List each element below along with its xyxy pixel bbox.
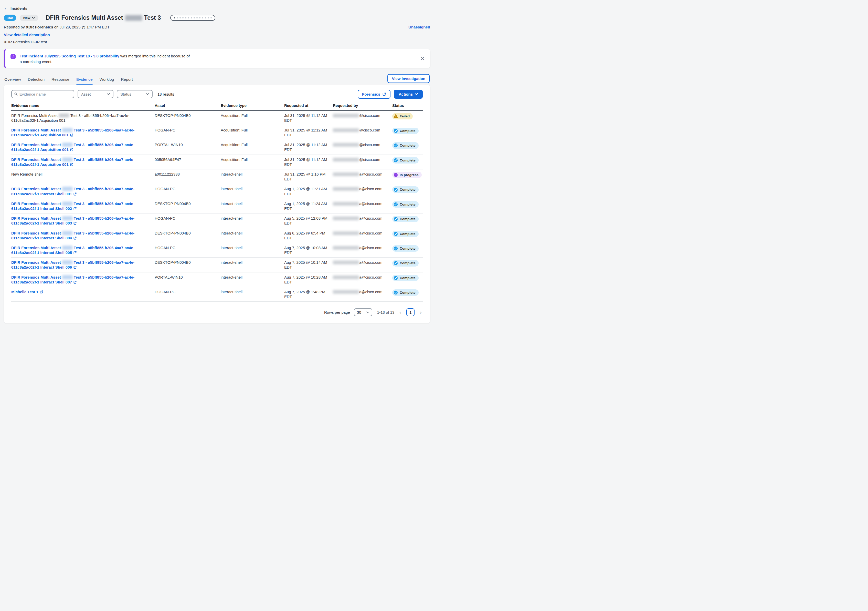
requested-at-cell: Aug 5, 2025 @ 12:08 PM EDT	[284, 213, 333, 228]
requested-at-cell: Jul 31, 2025 @ 11:12 AM EDT	[284, 155, 333, 169]
next-page-button[interactable]: ›	[418, 309, 423, 315]
requested-at-cell: Jul 31, 2025 @ 1:16 PM EDT	[284, 169, 333, 184]
evidence-type-cell: Acquisition: Full	[221, 125, 284, 137]
status-filter-select[interactable]: Status	[117, 90, 153, 98]
column-header: Evidence name	[11, 103, 155, 108]
evidence-link[interactable]: DFIR Forensics Multi AssetTest 3 - a5bff…	[11, 187, 135, 196]
requested-at-cell: Jul 31, 2025 @ 11:12 AM EDT	[284, 140, 333, 154]
close-icon[interactable]: ✕	[420, 56, 425, 61]
view-investigation-button[interactable]: View Investigation	[388, 74, 429, 83]
requested-by-cell: @cisco.com	[333, 155, 392, 166]
evidence-link[interactable]: DFIR Forensics Multi AssetTest 3 - a5bff…	[11, 275, 135, 284]
status-badge: Complete	[392, 127, 418, 134]
pagination: Rows per page 30 1-13 of 13 ‹ 1 ›	[11, 308, 423, 319]
table-row: DFIR Forensics Multi AssetTest 3 - a5bff…	[11, 272, 423, 287]
breadcrumb[interactable]: ← Incidents	[4, 6, 430, 11]
merged-incident-link[interactable]: Test Incident July2025 Scoring Test 10 -…	[20, 54, 119, 58]
rows-per-page-label: Rows per page	[324, 310, 350, 314]
requested-at-cell: Aug 7, 2025 @ 10:08 AM EDT	[284, 243, 333, 257]
asset-cell: 005056A94E47	[155, 155, 221, 166]
evidence-type-cell: interact-shell	[221, 169, 284, 181]
evidence-search-field[interactable]	[11, 90, 74, 98]
evidence-type-cell: Acquisition: Full	[221, 140, 284, 152]
redacted-text	[62, 202, 73, 205]
incident-status-dropdown[interactable]: New	[20, 15, 39, 21]
asset-cell: DESKTOP-PN004B0	[155, 111, 221, 123]
forensics-button[interactable]: Forensics	[358, 90, 391, 99]
chevron-down-icon	[107, 93, 110, 95]
external-link-icon	[70, 133, 73, 137]
evidence-search-input[interactable]	[19, 92, 71, 96]
evidence-link[interactable]: Michelle Test 1	[11, 289, 43, 294]
redacted-text	[333, 202, 359, 205]
status-badge: Complete	[392, 157, 418, 163]
breadcrumb-label[interactable]: Incidents	[11, 6, 27, 11]
evidence-name: DFIR Forensics Multi AssetTest 3 - a5bff…	[11, 113, 130, 123]
column-header: Requested at	[284, 103, 333, 108]
check-circle-icon	[394, 143, 398, 148]
requested-by-cell: a@cisco.com	[333, 258, 392, 269]
requested-by-cell: a@cisco.com	[333, 199, 392, 211]
evidence-table: Evidence nameAssetEvidence typeRequested…	[11, 103, 423, 302]
evidence-type-cell: Acquisition: Full	[221, 155, 284, 166]
external-link-icon	[73, 221, 77, 225]
view-detailed-description-link[interactable]: View detailed description	[4, 33, 50, 37]
external-link-icon	[70, 163, 73, 166]
asset-cell: HOGAN-PC	[155, 184, 221, 196]
external-link-icon	[73, 280, 77, 284]
current-page-button[interactable]: 1	[406, 308, 415, 316]
tab-worklog[interactable]: Worklog	[99, 77, 114, 85]
previous-page-button[interactable]: ‹	[398, 309, 403, 315]
evidence-link[interactable]: DFIR Forensics Multi AssetTest 3 - a5bff…	[11, 128, 135, 137]
redacted-text	[62, 128, 73, 132]
column-header: Asset	[155, 103, 221, 108]
status-badge: Complete	[392, 275, 418, 281]
tab-report[interactable]: Report	[121, 77, 133, 85]
requested-at-cell: Aug 1, 2025 @ 11:21 AM EDT	[284, 184, 333, 198]
evidence-link[interactable]: DFIR Forensics Multi AssetTest 3 - a5bff…	[11, 231, 135, 240]
requested-by-cell: a@cisco.com	[333, 287, 392, 299]
status-badge: In progress	[392, 172, 422, 178]
actions-button-label: Actions	[399, 92, 413, 96]
redacted-text	[62, 231, 73, 235]
redacted-text	[333, 187, 359, 191]
evidence-link[interactable]: DFIR Forensics Multi AssetTest 3 - a5bff…	[11, 260, 135, 269]
check-circle-icon	[394, 276, 398, 280]
requested-by-cell: a@cisco.com	[333, 272, 392, 284]
rows-per-page-select[interactable]: 30	[354, 308, 372, 316]
actions-button[interactable]: Actions	[394, 90, 423, 99]
check-circle-icon	[394, 129, 398, 133]
warning-triangle-icon	[394, 114, 398, 118]
tab-detection[interactable]: Detection	[28, 77, 45, 85]
evidence-link[interactable]: DFIR Forensics Multi AssetTest 3 - a5bff…	[11, 216, 135, 225]
check-circle-icon	[394, 202, 398, 207]
requested-at-cell: Aug 1, 2025 @ 11:24 AM EDT	[284, 199, 333, 213]
table-row: Michelle Test 1 HOGAN-PC interact-shell …	[11, 287, 423, 302]
chevron-down-icon	[146, 93, 149, 95]
evidence-link[interactable]: DFIR Forensics Multi AssetTest 3 - a5bff…	[11, 157, 135, 166]
table-row: DFIR Forensics Multi AssetTest 3 - a5bff…	[11, 184, 423, 199]
requested-by-cell: a@cisco.com	[333, 169, 392, 181]
tab-overview[interactable]: Overview	[5, 77, 21, 85]
asset-cell: HOGAN-PC	[155, 213, 221, 225]
status-badge: Complete	[392, 216, 418, 222]
tab-evidence[interactable]: Evidence	[76, 77, 93, 85]
status-badge: Complete	[392, 245, 418, 252]
table-row: DFIR Forensics Multi AssetTest 3 - a5bff…	[11, 199, 423, 213]
redacted-text	[62, 246, 73, 250]
evidence-type-cell: interact-shell	[221, 272, 284, 284]
evidence-link[interactable]: DFIR Forensics Multi AssetTest 3 - a5bff…	[11, 143, 135, 152]
external-link-icon	[73, 192, 77, 196]
tab-response[interactable]: Response	[51, 77, 70, 85]
back-arrow-icon: ←	[4, 6, 8, 11]
evidence-link[interactable]: DFIR Forensics Multi AssetTest 3 - a5bff…	[11, 201, 135, 211]
rows-per-page-value: 30	[357, 310, 361, 314]
asset-filter-select[interactable]: Asset	[78, 90, 113, 98]
evidence-link[interactable]: DFIR Forensics Multi AssetTest 3 - a5bff…	[11, 246, 135, 255]
incident-id-badge: 150	[4, 15, 16, 21]
assignee-link[interactable]: Unassigned	[408, 25, 430, 29]
asset-cell: DESKTOP-PN004B0	[155, 258, 221, 269]
status-badge: Complete	[392, 142, 418, 149]
redacted-text	[62, 143, 73, 146]
asset-cell: HOGAN-PC	[155, 125, 221, 137]
